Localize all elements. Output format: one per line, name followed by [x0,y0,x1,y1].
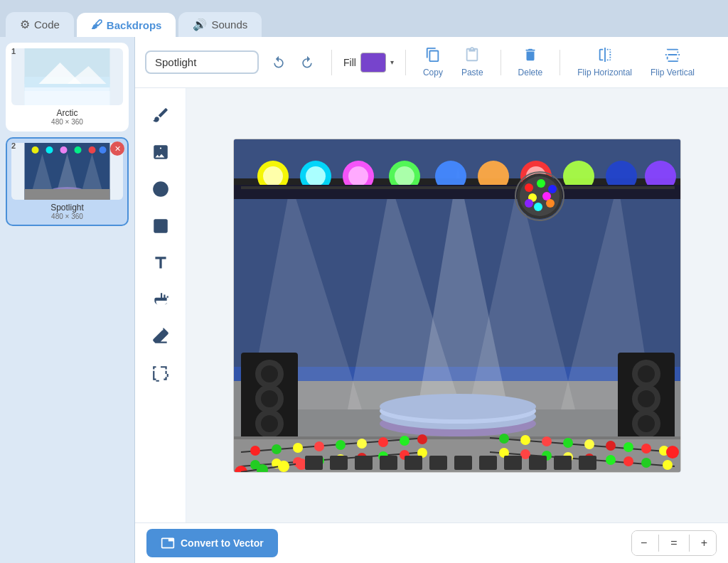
svg-point-105 [563,438,573,448]
marquee-tool[interactable] [145,358,176,390]
svg-point-107 [606,441,616,451]
svg-rect-122 [305,456,323,470]
delete-button[interactable]: Delete [513,44,549,80]
convert-vector-button[interactable]: Convert to Vector [146,529,278,557]
svg-point-7 [32,146,39,154]
main-area: 1 Arctic 480 × 360 2 ✕ [0,37,728,563]
convert-icon [161,536,175,550]
svg-point-47 [525,183,533,192]
svg-point-54 [525,199,533,208]
svg-point-28 [263,166,283,186]
svg-point-32 [348,166,368,186]
svg-point-102 [499,434,509,444]
fill-color-swatch[interactable] [360,53,386,73]
svg-point-99 [278,461,289,472]
svg-point-111 [666,446,679,459]
text-tool[interactable] [145,247,176,279]
backdrops-sidebar: 1 Arctic 480 × 360 2 ✕ [0,37,135,563]
svg-point-119 [623,456,633,466]
rect-tool[interactable] [145,210,176,242]
zoom-out-button[interactable]: − [632,531,655,555]
tab-backdrops[interactable]: 🖌 Backdrops [77,13,176,37]
paste-button[interactable]: Paste [456,44,489,80]
stage-canvas[interactable] [233,139,681,473]
svg-rect-132 [554,456,572,470]
svg-point-121 [663,460,673,470]
svg-point-85 [417,434,427,444]
toolbar: Fill ▾ Copy Paste [135,37,728,88]
svg-rect-126 [405,456,422,470]
svg-rect-133 [579,456,596,470]
backdrop-item-spotlight[interactable]: 2 ✕ [6,137,129,226]
svg-rect-131 [529,456,547,470]
tab-sounds[interactable]: 🔊 Sounds [178,12,262,37]
svg-rect-129 [479,456,497,470]
svg-point-109 [641,444,651,454]
svg-point-103 [520,435,530,445]
svg-rect-124 [355,456,373,470]
zoom-divider-1 [658,535,659,552]
backdrop-name-input[interactable] [145,50,259,74]
svg-point-84 [400,436,410,446]
undo-button[interactable] [266,51,291,74]
line-tool[interactable] [145,136,176,168]
tab-bar: ⚙ Code 🖌 Backdrops 🔊 Sounds [0,0,728,37]
zoom-divider-2 [689,535,690,552]
svg-point-52 [534,203,542,211]
svg-point-8 [46,146,53,154]
fill-section: Fill ▾ [343,53,394,73]
delete-icon [523,47,538,66]
zoom-reset-button[interactable]: = [662,531,685,555]
svg-point-104 [542,436,552,446]
svg-point-48 [537,179,545,188]
svg-point-79 [293,443,303,453]
fill-dropdown-arrow[interactable]: ▾ [390,58,394,66]
undo-redo-group [266,51,320,74]
svg-rect-5 [25,91,110,105]
circle-tool[interactable] [145,173,176,205]
svg-point-120 [641,458,651,468]
svg-rect-128 [454,456,472,470]
svg-point-81 [336,440,346,450]
brush-tool[interactable] [145,100,176,131]
svg-point-9 [60,146,68,154]
svg-point-108 [623,442,633,452]
hand-tool[interactable] [145,284,176,316]
code-icon: ⚙ [20,18,30,31]
svg-rect-127 [429,456,447,470]
zoom-controls: − = + [631,530,717,556]
canvas-wrapper [186,88,728,522]
svg-point-106 [584,439,594,449]
svg-rect-17 [25,189,110,200]
eraser-tool[interactable] [145,321,176,353]
divider-4 [560,50,560,75]
tab-code[interactable]: ⚙ Code [6,12,74,37]
svg-point-65 [638,365,655,382]
redo-button[interactable] [294,51,320,74]
svg-point-118 [606,455,616,465]
svg-point-30 [306,166,326,186]
svg-point-73 [380,394,536,419]
sound-icon: 🔊 [193,18,207,31]
flip-h-button[interactable]: Flip Horizontal [572,44,638,80]
bottom-bar: Convert to Vector − = + [135,522,728,563]
svg-point-77 [250,446,260,456]
svg-point-53 [546,199,555,208]
svg-rect-123 [330,456,348,470]
svg-point-67 [638,390,655,407]
zoom-in-button[interactable]: + [692,531,716,555]
svg-point-12 [100,146,107,154]
divider-1 [331,50,332,75]
svg-point-114 [520,449,530,459]
delete-badge[interactable]: ✕ [110,141,124,156]
divider-3 [500,50,501,75]
svg-point-83 [378,437,388,447]
svg-point-58 [261,365,278,382]
svg-point-80 [314,441,324,451]
backdrop-item-arctic[interactable]: 1 Arctic 480 × 360 [6,43,129,132]
paste-icon [464,47,480,66]
flip-v-button[interactable]: Flip Vertical [645,44,700,80]
copy-button[interactable]: Copy [417,44,449,80]
svg-point-49 [548,185,557,193]
paint-icon: 🖌 [91,18,102,31]
